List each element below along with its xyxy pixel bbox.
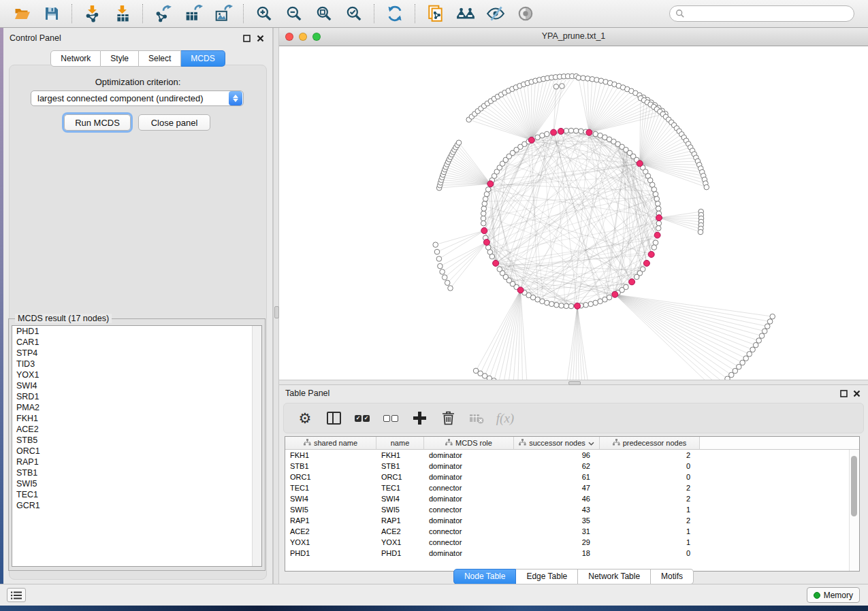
table-cell[interactable]: 18 xyxy=(514,548,600,559)
table-cell[interactable]: ORC1 xyxy=(285,472,376,482)
mcds-result-item[interactable]: SRD1 xyxy=(12,391,261,402)
zoom-out-icon[interactable] xyxy=(283,3,306,24)
mcds-result-item[interactable]: GCR1 xyxy=(12,500,261,511)
table-cell[interactable]: 1 xyxy=(600,537,700,548)
tab-edge-table[interactable]: Edge Table xyxy=(516,569,578,584)
table-cell[interactable]: dominator xyxy=(424,548,514,559)
search-input[interactable] xyxy=(688,8,854,19)
mcds-result-item[interactable]: PMA2 xyxy=(12,402,261,413)
zoom-fit-icon[interactable] xyxy=(312,3,336,24)
table-cell[interactable]: 62 xyxy=(514,461,600,472)
mcds-result-item[interactable]: TID3 xyxy=(12,359,261,369)
table-cell[interactable]: ACE2 xyxy=(376,526,424,537)
mcds-result-item[interactable]: RAP1 xyxy=(12,457,261,467)
mcds-result-item[interactable]: FKH1 xyxy=(12,413,261,424)
mcds-result-list[interactable]: PHD1CAR1STP4TID3YOX1SWI4SRD1PMA2FKH1ACE2… xyxy=(12,325,262,567)
table-row[interactable]: YOX1YOX1connector291 xyxy=(285,537,859,548)
tab-motifs[interactable]: Motifs xyxy=(651,569,694,584)
table-cell[interactable]: SWI4 xyxy=(285,493,376,504)
import-table-icon[interactable] xyxy=(111,3,134,24)
table-cell[interactable]: 2 xyxy=(600,515,700,526)
table-cell[interactable]: 0 xyxy=(600,548,700,559)
select-all-icon[interactable]: ✓✓ xyxy=(351,407,374,430)
close-panel-icon[interactable] xyxy=(255,33,266,44)
table-cell[interactable]: connector xyxy=(424,526,514,537)
memory-button[interactable]: Memory xyxy=(807,587,860,603)
search-network-icon[interactable] xyxy=(454,3,477,24)
table-cell[interactable]: connector xyxy=(424,537,514,548)
table-row[interactable]: SWI4SWI4dominator462 xyxy=(285,493,859,504)
table-cell[interactable]: TEC1 xyxy=(376,482,424,493)
table-options-gear-icon[interactable]: ⚙ xyxy=(293,407,317,430)
hide-details-icon[interactable] xyxy=(484,3,507,24)
table-cell[interactable]: 96 xyxy=(514,450,600,461)
save-session-icon[interactable] xyxy=(40,3,63,24)
table-cell[interactable]: 1 xyxy=(600,526,700,537)
mcds-result-item[interactable]: SWI4 xyxy=(12,380,261,391)
table-cell[interactable]: PHD1 xyxy=(376,548,424,559)
table-cell[interactable]: FKH1 xyxy=(376,450,424,461)
export-image-icon[interactable] xyxy=(212,3,235,24)
table-cell[interactable]: 0 xyxy=(600,461,700,472)
table-cell[interactable]: SWI4 xyxy=(376,493,424,504)
optimization-criterion-select[interactable]: largest connected component (undirected) xyxy=(31,90,244,106)
table-cell[interactable]: 0 xyxy=(600,472,700,482)
delete-table-icon[interactable] xyxy=(465,407,488,430)
table-cell[interactable]: YOX1 xyxy=(376,537,424,548)
table-cell[interactable]: dominator xyxy=(424,515,514,526)
mcds-result-item[interactable]: TEC1 xyxy=(12,489,261,500)
table-cell[interactable]: 31 xyxy=(514,526,600,537)
float-panel-icon[interactable] xyxy=(838,388,849,399)
table-scrollbar[interactable] xyxy=(849,450,859,571)
function-builder-icon[interactable]: f(x) xyxy=(494,407,517,430)
column-header-successor-nodes[interactable]: successor nodes xyxy=(514,437,600,450)
table-cell[interactable]: 2 xyxy=(600,493,700,504)
float-panel-icon[interactable] xyxy=(241,33,252,44)
table-cell[interactable]: STB1 xyxy=(285,461,376,472)
table-cell[interactable]: 29 xyxy=(514,537,600,548)
tab-node-table[interactable]: Node Table xyxy=(453,569,517,584)
table-cell[interactable]: FKH1 xyxy=(285,450,376,461)
table-row[interactable]: TEC1TEC1connector472 xyxy=(285,482,859,493)
table-cell[interactable]: 47 xyxy=(514,482,600,493)
delete-column-icon[interactable] xyxy=(436,407,460,430)
column-header-MCDS-role[interactable]: MCDS role xyxy=(424,437,514,450)
network-graph[interactable] xyxy=(279,46,868,380)
table-cell[interactable]: dominator xyxy=(424,461,514,472)
table-cell[interactable]: 46 xyxy=(514,493,600,504)
network-document-icon[interactable] xyxy=(424,3,447,24)
run-mcds-button[interactable]: Run MCDS xyxy=(64,114,131,131)
tab-style[interactable]: Style xyxy=(101,50,139,67)
table-row[interactable]: SWI5SWI5connector431 xyxy=(285,504,859,515)
table-cell[interactable]: dominator xyxy=(424,472,514,482)
column-header-predecessor-nodes[interactable]: predecessor nodes xyxy=(600,437,700,450)
close-panel-icon[interactable] xyxy=(851,388,862,399)
mcds-result-item[interactable]: STB1 xyxy=(12,467,261,478)
import-network-icon[interactable] xyxy=(81,3,104,24)
table-row[interactable]: FKH1FKH1dominator962 xyxy=(285,450,859,461)
tab-select[interactable]: Select xyxy=(139,50,181,67)
network-view-canvas[interactable] xyxy=(279,46,868,380)
table-cell[interactable]: TEC1 xyxy=(285,482,376,493)
mcds-result-item[interactable]: STP4 xyxy=(12,348,261,359)
mcds-result-item[interactable]: ACE2 xyxy=(12,424,261,435)
tab-network[interactable]: Network xyxy=(50,50,101,67)
zoom-selected-icon[interactable] xyxy=(342,3,366,24)
table-cell[interactable]: RAP1 xyxy=(285,515,376,526)
mcds-result-item[interactable]: YOX1 xyxy=(12,369,261,380)
zoom-in-icon[interactable] xyxy=(253,3,276,24)
mcds-result-item[interactable]: SWI5 xyxy=(12,478,261,489)
table-cell[interactable]: connector xyxy=(424,504,514,515)
table-cell[interactable]: ACE2 xyxy=(285,526,376,537)
table-cell[interactable]: 61 xyxy=(514,472,600,482)
open-file-icon[interactable] xyxy=(10,3,33,24)
table-cell[interactable]: dominator xyxy=(424,493,514,504)
table-cell[interactable]: STB1 xyxy=(376,461,424,472)
table-cell[interactable]: SWI5 xyxy=(376,504,424,515)
show-graphics-icon[interactable] xyxy=(514,3,537,24)
close-panel-button[interactable]: Close panel xyxy=(138,114,210,131)
table-row[interactable]: RAP1RAP1dominator352 xyxy=(285,515,859,526)
add-column-icon[interactable] xyxy=(408,407,431,430)
table-cell[interactable]: dominator xyxy=(424,450,514,461)
mcds-list-scrollbar[interactable] xyxy=(252,326,261,566)
